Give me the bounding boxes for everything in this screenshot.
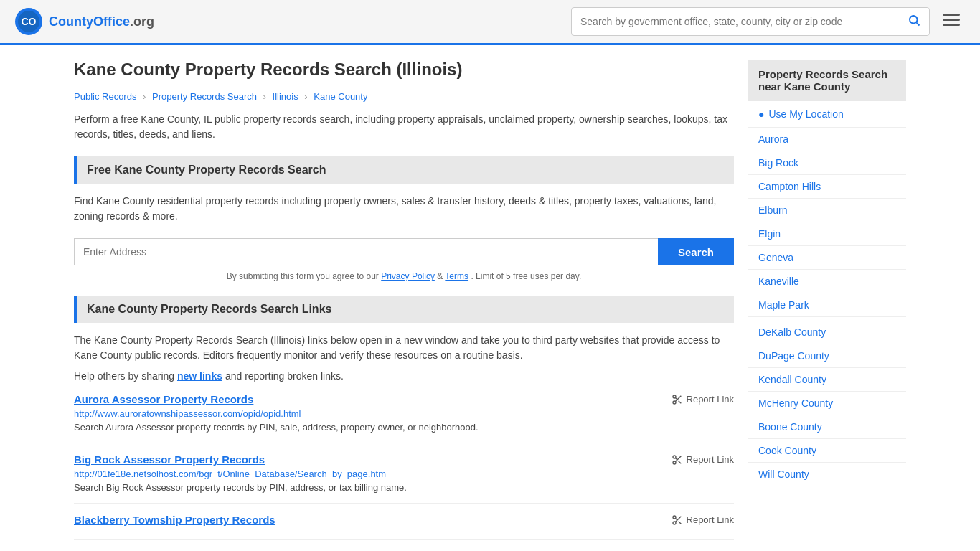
page-description: Perform a free Kane County, IL public pr… xyxy=(74,112,734,142)
links-description: The Kane County Property Records Search … xyxy=(74,333,734,363)
svg-point-8 xyxy=(673,395,676,398)
svg-text:CO: CO xyxy=(22,16,37,27)
help-text: Help others by sharing new links and rep… xyxy=(74,370,734,382)
record-item-bigrock: Big Rock Assessor Property Records Repor… xyxy=(74,453,734,504)
search-button[interactable]: Search xyxy=(658,238,734,265)
svg-line-17 xyxy=(675,458,677,460)
header-search-button[interactable] xyxy=(899,8,929,35)
svg-line-22 xyxy=(675,518,677,520)
form-disclaimer: By submitting this form you agree to our… xyxy=(74,271,734,281)
sidebar-item-dupage[interactable]: DuPage County xyxy=(748,344,906,368)
breadcrumb-sep-3: › xyxy=(304,91,307,102)
main-container: Kane County Property Records Search (Ill… xyxy=(60,45,920,551)
logo-area: CO CountyOffice.org xyxy=(14,7,154,36)
sidebar-item-aurora[interactable]: Aurora xyxy=(748,128,906,151)
record-title-aurora[interactable]: Aurora Assessor Property Records xyxy=(74,393,253,405)
svg-rect-5 xyxy=(943,14,960,16)
svg-line-4 xyxy=(916,22,919,25)
scissors-icon-3 xyxy=(672,514,683,526)
svg-rect-7 xyxy=(943,24,960,26)
site-header: CO CountyOffice.org xyxy=(0,0,980,45)
address-input[interactable] xyxy=(74,238,658,265)
record-desc-bigrock: Search Big Rock Assessor property record… xyxy=(74,482,734,493)
sidebar-item-mchenry[interactable]: McHenry County xyxy=(748,392,906,415)
sidebar-item-elburn[interactable]: Elburn xyxy=(748,199,906,222)
new-links-link[interactable]: new links xyxy=(177,370,222,382)
svg-line-21 xyxy=(678,521,681,524)
sidebar-divider xyxy=(748,319,906,319)
record-item-header-bigrock: Big Rock Assessor Property Records Repor… xyxy=(74,453,734,466)
record-url-aurora[interactable]: http://www.auroratownshipassessor.com/op… xyxy=(74,408,734,419)
record-item-blackberry: Blackberry Township Property Records Rep… xyxy=(74,514,734,540)
svg-point-13 xyxy=(673,456,676,458)
svg-line-12 xyxy=(675,397,677,400)
privacy-policy-link[interactable]: Privacy Policy xyxy=(381,271,435,281)
sidebar-item-kaneville[interactable]: Kaneville xyxy=(748,270,906,293)
links-section-header: Kane County Property Records Search Link… xyxy=(74,296,734,323)
breadcrumb: Public Records › Property Records Search… xyxy=(74,91,734,102)
sidebar-item-geneva[interactable]: Geneva xyxy=(748,246,906,270)
sidebar-use-location[interactable]: ● Use My Location xyxy=(748,101,906,128)
svg-point-18 xyxy=(673,516,676,519)
record-title-blackberry[interactable]: Blackberry Township Property Records xyxy=(74,514,275,526)
report-link-blackberry[interactable]: Report Link xyxy=(672,514,734,526)
sidebar-title: Property Records Search near Kane County xyxy=(748,60,906,101)
record-item-aurora: Aurora Assessor Property Records Report … xyxy=(74,393,734,443)
location-pin-icon: ● xyxy=(758,108,764,120)
breadcrumb-sep-1: › xyxy=(143,91,146,102)
scissors-icon xyxy=(672,394,683,405)
sidebar-item-cook[interactable]: Cook County xyxy=(748,439,906,463)
svg-rect-6 xyxy=(943,19,960,21)
header-search-bar xyxy=(571,7,930,36)
svg-point-3 xyxy=(910,16,918,24)
sidebar-item-will[interactable]: Will County xyxy=(748,463,906,486)
record-title-bigrock[interactable]: Big Rock Assessor Property Records xyxy=(74,453,265,466)
header-right xyxy=(571,7,966,36)
sidebar-item-kendall[interactable]: Kendall County xyxy=(748,368,906,392)
page-title: Kane County Property Records Search (Ill… xyxy=(74,60,734,80)
report-link-aurora[interactable]: Report Link xyxy=(672,394,734,405)
svg-point-14 xyxy=(673,461,676,464)
record-item-header-blackberry: Blackberry Township Property Records Rep… xyxy=(74,514,734,526)
record-item-header: Aurora Assessor Property Records Report … xyxy=(74,393,734,405)
search-icon xyxy=(908,14,920,27)
scissors-icon-2 xyxy=(672,454,683,466)
free-search-header: Free Kane County Property Records Search xyxy=(74,156,734,184)
breadcrumb-sep-2: › xyxy=(263,91,266,102)
svg-point-19 xyxy=(673,522,676,524)
sidebar-item-elgin[interactable]: Elgin xyxy=(748,222,906,246)
content-area: Kane County Property Records Search (Ill… xyxy=(74,60,734,550)
record-url-bigrock[interactable]: http://01fe18e.netsolhost.com/bgr_t/Onli… xyxy=(74,468,734,479)
sidebar-item-bigrock[interactable]: Big Rock xyxy=(748,151,906,175)
hamburger-menu-button[interactable] xyxy=(937,9,966,34)
record-desc-aurora: Search Aurora Assessor property records … xyxy=(74,422,734,433)
svg-line-16 xyxy=(678,461,681,463)
breadcrumb-public-records[interactable]: Public Records xyxy=(74,91,136,102)
logo-text: CountyOffice.org xyxy=(49,14,154,29)
svg-point-9 xyxy=(673,401,676,404)
sidebar-item-maple-park[interactable]: Maple Park xyxy=(748,293,906,317)
sidebar-item-campton[interactable]: Campton Hills xyxy=(748,175,906,199)
sidebar: Property Records Search near Kane County… xyxy=(748,60,906,550)
breadcrumb-kane-county[interactable]: Kane County xyxy=(314,91,367,102)
report-link-bigrock[interactable]: Report Link xyxy=(672,454,734,466)
sidebar-item-boone[interactable]: Boone County xyxy=(748,415,906,439)
sidebar-item-dekalb[interactable]: DeKalb County xyxy=(748,321,906,344)
address-search-row: Search xyxy=(74,238,734,265)
use-my-location-link[interactable]: Use My Location xyxy=(768,108,843,120)
breadcrumb-illinois[interactable]: Illinois xyxy=(273,91,298,102)
header-search-input[interactable] xyxy=(572,10,899,33)
address-search-form: Search By submitting this form you agree… xyxy=(74,238,734,281)
free-search-desc: Find Kane County residential property re… xyxy=(74,194,734,224)
breadcrumb-property-records-search[interactable]: Property Records Search xyxy=(152,91,257,102)
logo-icon: CO xyxy=(14,7,43,36)
terms-link[interactable]: Terms xyxy=(445,271,468,281)
hamburger-icon xyxy=(943,14,960,27)
svg-line-11 xyxy=(678,400,681,403)
